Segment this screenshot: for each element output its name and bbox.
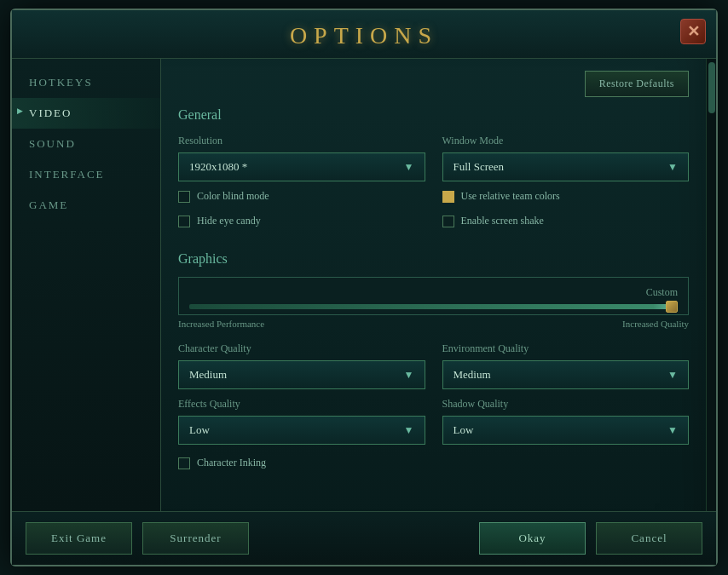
window-mode-group: Window Mode Full Screen ▼ — [442, 135, 690, 181]
sidebar-item-sound[interactable]: SOUND — [12, 129, 160, 159]
main-content: Restore Defaults General Resolution 1920… — [161, 59, 706, 511]
relativeteam-row: Use relative team colors — [442, 190, 690, 203]
cancel-button[interactable]: Cancel — [596, 522, 702, 555]
resolution-group: Resolution 1920x1080 * ▼ — [178, 135, 425, 181]
resolution-windowmode-row: Resolution 1920x1080 * ▼ Window Mode Ful… — [178, 135, 689, 181]
resolution-label: Resolution — [178, 135, 425, 147]
char-inking-checkbox[interactable] — [178, 457, 190, 469]
performance-label: Increased Performance — [178, 319, 264, 329]
colorblind-checkbox[interactable] — [178, 191, 190, 203]
quality-bar-container: Custom — [178, 277, 689, 315]
effects-quality-label: Effects Quality — [178, 398, 425, 411]
close-button[interactable]: ✕ — [680, 19, 706, 44]
sidebar-item-hotkeys[interactable]: HOTKEYS — [12, 67, 160, 98]
char-inking-row: Character Inking — [178, 457, 689, 469]
quality-dropdowns-grid: Character Quality Medium ▼ Environment Q… — [178, 342, 689, 445]
sidebar-item-interface[interactable]: INTERFACE — [12, 159, 160, 190]
window-mode-label: Window Mode — [442, 135, 690, 147]
scrollbar[interactable] — [706, 59, 716, 511]
hideeyecandy-row: Hide eye candy — [178, 215, 425, 227]
char-quality-dropdown[interactable]: Medium ▼ — [178, 360, 425, 389]
sidebar-item-game[interactable]: GAME — [12, 190, 160, 221]
sidebar-item-video[interactable]: VIDEO — [12, 98, 160, 129]
modal-footer: Exit Game Surrender Okay Cancel — [12, 511, 716, 565]
env-quality-label: Environment Quality — [442, 342, 690, 355]
options-modal: OPTIONS ✕ HOTKEYS VIDEO SOUND INTERFACE … — [10, 9, 718, 566]
effects-quality-dropdown[interactable]: Low ▼ — [178, 416, 425, 445]
shadow-quality-arrow: ▼ — [667, 424, 678, 437]
scrollbar-thumb[interactable] — [708, 62, 715, 113]
surrender-button[interactable]: Surrender — [142, 522, 249, 555]
screenshake-checkbox[interactable] — [442, 216, 454, 227]
hideeyecandy-checkbox[interactable] — [178, 216, 190, 227]
env-quality-group: Environment Quality Medium ▼ — [442, 342, 690, 389]
general-section: General Resolution 1920x1080 * ▼ Window … — [178, 107, 689, 234]
exit-game-button[interactable]: Exit Game — [26, 522, 132, 555]
sidebar: HOTKEYS VIDEO SOUND INTERFACE GAME — [12, 59, 161, 511]
quality-slider-thumb[interactable] — [666, 301, 678, 313]
char-quality-arrow: ▼ — [404, 369, 414, 382]
graphics-section: Graphics Custom Increased Performance In… — [178, 251, 689, 469]
modal-body: HOTKEYS VIDEO SOUND INTERFACE GAME Resto… — [12, 59, 716, 511]
resolution-dropdown-arrow: ▼ — [404, 161, 414, 174]
effects-quality-group: Effects Quality Low ▼ — [178, 398, 425, 445]
char-quality-group: Character Quality Medium ▼ — [178, 342, 425, 389]
quality-custom-label: Custom — [189, 286, 678, 299]
shadow-quality-dropdown[interactable]: Low ▼ — [442, 416, 690, 445]
resolution-dropdown[interactable]: 1920x1080 * ▼ — [178, 152, 425, 181]
okay-button[interactable]: Okay — [479, 522, 586, 555]
modal-title: OPTIONS — [290, 22, 438, 49]
window-mode-dropdown[interactable]: Full Screen ▼ — [442, 152, 690, 181]
env-quality-arrow: ▼ — [667, 369, 678, 382]
checkboxes-section: Color blind mode Use relative team color… — [178, 190, 689, 234]
window-mode-dropdown-arrow: ▼ — [667, 161, 678, 174]
graphics-title: Graphics — [178, 251, 689, 267]
effects-quality-arrow: ▼ — [404, 424, 414, 437]
shadow-quality-group: Shadow Quality Low ▼ — [442, 398, 690, 445]
restore-defaults-button[interactable]: Restore Defaults — [585, 71, 689, 97]
shadow-quality-label: Shadow Quality — [442, 398, 690, 411]
footer-spacer — [259, 522, 469, 555]
general-title: General — [178, 107, 689, 123]
char-quality-label: Character Quality — [178, 342, 425, 355]
quality-high-label: Increased Quality — [622, 319, 689, 329]
quality-slider-track[interactable] — [189, 304, 678, 309]
quality-labels: Increased Performance Increased Quality — [178, 319, 689, 329]
env-quality-dropdown[interactable]: Medium ▼ — [442, 360, 690, 389]
colorblind-row: Color blind mode — [178, 190, 425, 203]
top-bar: Restore Defaults — [178, 71, 689, 97]
screenshake-row: Enable screen shake — [442, 215, 690, 227]
modal-header: OPTIONS ✕ — [12, 10, 716, 59]
relativeteam-checkbox[interactable] — [442, 191, 454, 203]
